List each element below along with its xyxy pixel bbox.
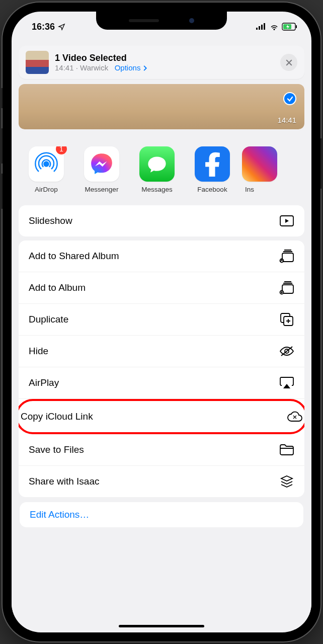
action-add-to-shared-album[interactable]: Add to Shared Album <box>19 240 304 272</box>
mute-switch <box>1 88 3 108</box>
action-label: Save to Files <box>29 444 84 455</box>
share-app-messages[interactable]: Messages <box>131 146 183 193</box>
facebook-icon <box>202 151 222 177</box>
options-link[interactable]: Options <box>115 63 147 72</box>
close-button[interactable] <box>280 54 297 71</box>
video-preview[interactable]: 14:41 <box>19 84 304 129</box>
wifi-icon <box>269 23 279 30</box>
share-location: Warwick <box>80 63 108 72</box>
share-app-row[interactable]: 1 AirDrop Messenger Messages <box>12 146 311 201</box>
cellular-signal-icon <box>256 23 266 30</box>
app-label: Messenger <box>76 186 127 193</box>
app-label: Messages <box>131 186 183 193</box>
share-title: 1 Video Selected <box>55 53 274 63</box>
edit-actions-label: Edit Actions… <box>30 509 89 520</box>
share-header-text: 1 Video Selected 14:41 · Warwick Options <box>55 53 274 72</box>
action-duplicate[interactable]: Duplicate <box>19 304 304 336</box>
svg-rect-3 <box>264 23 265 30</box>
share-app-messenger[interactable]: Messenger <box>76 146 127 193</box>
share-app-instagram[interactable]: Ins <box>242 146 257 193</box>
messages-icon <box>145 152 169 176</box>
action-airplay[interactable]: AirPlay <box>19 367 304 399</box>
volume-down-button <box>1 174 3 209</box>
status-time: 16:36 <box>32 22 55 32</box>
close-icon <box>285 59 293 66</box>
battery-charging-icon <box>282 23 297 30</box>
svg-rect-0 <box>256 28 258 30</box>
location-arrow-icon <box>58 23 65 31</box>
share-subtitle: 14:41 · Warwick Options <box>55 63 274 72</box>
share-app-airdrop[interactable]: 1 AirDrop <box>21 146 72 193</box>
slideshow-icon <box>279 214 294 227</box>
action-add-to-album[interactable]: Add to Album <box>19 272 304 304</box>
phone-frame: 16:36 1 Video Selected 14:41 · Warwick O… <box>3 3 320 641</box>
action-label: Share with Isaac <box>29 476 99 487</box>
selected-video-thumbnail <box>26 51 49 74</box>
status-right <box>256 23 297 30</box>
action-group-main: Add to Shared Album Add to Album Duplica… <box>19 240 304 497</box>
share-sheet: 1 AirDrop Messenger Messages <box>12 136 311 629</box>
action-save-to-files[interactable]: Save to Files <box>19 434 304 466</box>
airdrop-icon <box>34 151 59 177</box>
airplay-icon <box>279 376 294 389</box>
app-label: Ins <box>242 186 257 193</box>
svg-point-7 <box>43 161 49 167</box>
earpiece <box>129 19 159 22</box>
status-left: 16:36 <box>32 22 65 32</box>
action-label: Add to Shared Album <box>29 251 119 262</box>
icloud-link-icon <box>287 410 302 423</box>
action-label: Copy iCloud Link <box>21 411 93 422</box>
share-app-facebook[interactable]: Facebook <box>187 146 238 193</box>
folder-icon <box>279 443 294 456</box>
duplicate-icon <box>279 313 294 326</box>
action-hide[interactable]: Hide <box>19 336 304 367</box>
share-header: 1 Video Selected 14:41 · Warwick Options <box>19 46 304 79</box>
edit-actions-button[interactable]: Edit Actions… <box>20 502 303 527</box>
airdrop-badge: 1 <box>56 146 67 154</box>
power-button <box>320 138 322 189</box>
front-camera <box>189 18 194 23</box>
hide-icon <box>279 345 294 358</box>
action-group-slideshow: Slideshow <box>19 205 304 236</box>
share-stack-icon <box>279 475 294 488</box>
notch <box>96 12 227 30</box>
action-label: Add to Album <box>29 282 86 293</box>
action-slideshow[interactable]: Slideshow <box>19 205 304 236</box>
svg-rect-2 <box>261 25 263 30</box>
selected-check-icon <box>283 92 296 105</box>
add-album-icon <box>279 281 294 294</box>
svg-rect-6 <box>296 25 297 28</box>
dot-separator: · <box>76 63 80 72</box>
svg-rect-1 <box>259 26 260 30</box>
home-indicator[interactable] <box>119 625 204 627</box>
app-label: AirDrop <box>21 186 72 193</box>
action-share-with-contact[interactable]: Share with Isaac <box>19 466 304 497</box>
screen: 16:36 1 Video Selected 14:41 · Warwick O… <box>12 12 311 632</box>
action-label: Slideshow <box>29 215 72 226</box>
messenger-icon <box>89 151 115 177</box>
action-label: Hide <box>29 346 48 357</box>
video-duration: 14:41 <box>277 116 296 124</box>
action-label: Duplicate <box>29 314 68 325</box>
action-label: AirPlay <box>29 377 59 388</box>
share-time: 14:41 <box>55 63 74 72</box>
shared-album-icon <box>279 250 294 263</box>
volume-up-button <box>1 128 3 164</box>
app-label: Facebook <box>187 186 238 193</box>
action-copy-icloud-link[interactable]: Copy iCloud Link <box>19 399 304 434</box>
